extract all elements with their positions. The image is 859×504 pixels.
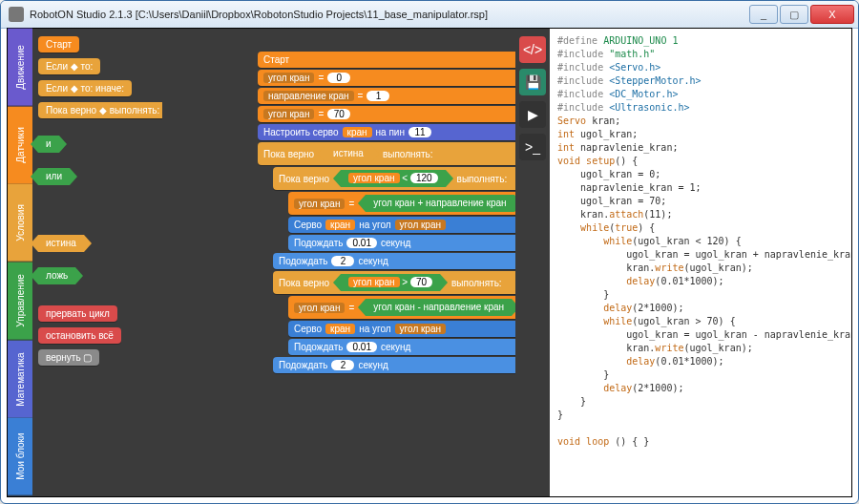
palette-while-block[interactable]: Пока верно ◆ выполнять: — [38, 102, 167, 118]
assign-sub-block: угол кран=угол кран - направление кран — [288, 296, 515, 319]
category-sensors[interactable]: Датчики — [8, 107, 32, 185]
minimize-button[interactable]: _ — [749, 5, 778, 24]
wait-block: Подождать0.01секунд — [288, 339, 515, 355]
palette-stop-all-block[interactable]: остановить всё — [38, 327, 121, 344]
palette-if-else-block[interactable]: Если ◆ то: иначе: — [38, 80, 132, 96]
servo-write-block: Сервокранна уголугол кран — [288, 321, 515, 337]
category-control[interactable]: Управление — [8, 262, 32, 341]
maximize-button[interactable]: ▢ — [780, 5, 808, 24]
block-canvas[interactable]: Старт угол кран=0 направление кран=1 уго… — [162, 29, 515, 496]
category-myblocks[interactable]: Мои блоки — [8, 418, 32, 496]
category-rail: Движение Датчики Условия Управление Мате… — [8, 29, 32, 496]
wait-block: Подождать2секунд — [273, 357, 515, 373]
while-gt-block: Пока верноугол кран > 70выполнять: — [273, 271, 515, 294]
terminal-button[interactable]: >_ — [519, 134, 546, 160]
set-var-block: угол кран=70 — [258, 106, 515, 122]
forever-loop-block: Пока верноистинавыполнять: — [258, 142, 515, 165]
while-lt-block: Пока верноугол кран < 120выполнять: — [273, 167, 515, 190]
assign-add-block: угол кран=угол кран + направление кран — [288, 192, 515, 215]
title-bar[interactable]: RobotON Studio 2.1.3 [C:\Users\Daniil\Dr… — [1, 1, 858, 29]
wait-block: Подождать2секунд — [273, 253, 515, 269]
palette-start-block[interactable]: Старт — [38, 36, 79, 52]
category-motion[interactable]: Движение — [8, 29, 32, 107]
set-var-block: направление кран=1 — [258, 88, 515, 104]
save-button[interactable]: 💾 — [519, 69, 546, 95]
palette-and-op[interactable]: и — [38, 136, 59, 153]
wait-block: Подождать0.01секунд — [288, 235, 515, 251]
app-icon — [9, 7, 24, 22]
category-conditions[interactable]: Условия — [8, 184, 32, 262]
tool-rail: </> 💾 ▶ >_ — [515, 29, 550, 496]
palette-if-block[interactable]: Если ◆ то: — [38, 58, 100, 74]
window-title: RobotON Studio 2.1.3 [C:\Users\Daniil\Dr… — [30, 9, 749, 20]
category-math[interactable]: Математика — [8, 341, 32, 419]
palette-or-op[interactable]: или — [38, 168, 70, 185]
app-window: RobotON Studio 2.1.3 [C:\Users\Daniil\Dr… — [0, 0, 859, 504]
palette-return-block[interactable]: вернуть ▢ — [38, 349, 99, 366]
code-pane[interactable]: #define ARDUINO_UNO 1 #include "math.h" … — [550, 29, 851, 496]
main-script-stack[interactable]: Старт угол кран=0 направление кран=1 уго… — [258, 52, 515, 375]
set-var-block: угол кран=0 — [258, 70, 515, 86]
servo-setup-block: Настроить сервокранна пин11 — [258, 124, 515, 140]
block-palette: Старт Если ◆ то: Если ◆ то: иначе: Пока … — [32, 29, 162, 496]
run-button[interactable]: ▶ — [519, 101, 546, 128]
palette-true-bool[interactable]: истина — [38, 235, 84, 252]
servo-write-block: Сервокранна уголугол кран — [288, 217, 515, 233]
client-area: Движение Датчики Условия Управление Мате… — [7, 28, 852, 497]
palette-break-block[interactable]: прервать цикл — [38, 305, 117, 322]
start-block: Старт — [258, 52, 515, 68]
code-view-button[interactable]: </> — [519, 36, 546, 63]
close-button[interactable]: X — [810, 5, 854, 24]
palette-false-bool[interactable]: ложь — [38, 267, 75, 284]
